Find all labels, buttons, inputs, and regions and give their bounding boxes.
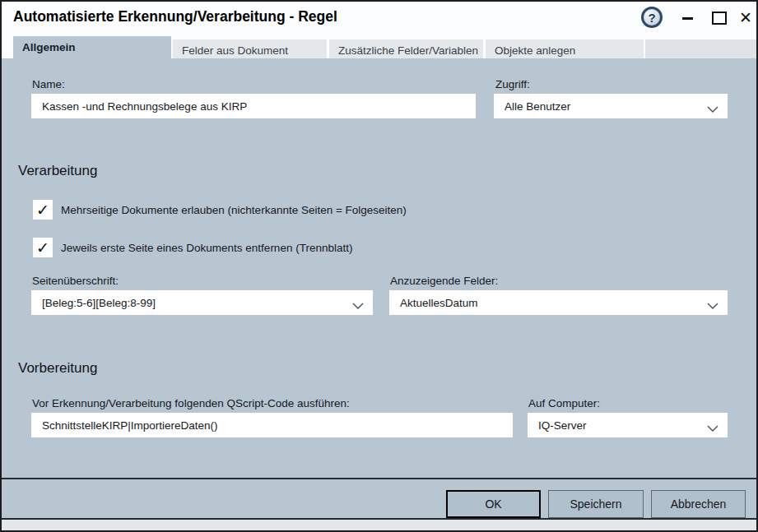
title-bar: Automatisierte Erkennung/Verarbeitung - … bbox=[2, 2, 756, 58]
footer-separator bbox=[2, 478, 756, 479]
seitenueberschrift-dropdown[interactable]: [Beleg:5-6][Beleg:8-99] bbox=[31, 290, 373, 315]
qscript-label: Vor Erkennung/Verarbeitung folgenden QSc… bbox=[32, 397, 350, 409]
name-input[interactable] bbox=[31, 94, 476, 118]
chevron-down-icon bbox=[707, 103, 718, 115]
anzuzeigende-felder-label: Anzuzeigende Felder: bbox=[390, 275, 498, 287]
bottom-strip bbox=[2, 518, 756, 530]
zugriff-dropdown[interactable]: Alle Benutzer bbox=[494, 94, 728, 118]
chevron-down-icon bbox=[707, 299, 718, 312]
speichern-button[interactable]: Speichern bbox=[548, 490, 644, 518]
window-title: Automatisierte Erkennung/Verarbeitung - … bbox=[13, 8, 337, 25]
qscript-input[interactable] bbox=[31, 413, 513, 437]
tab-allgemein[interactable]: Allgemein bbox=[13, 36, 171, 58]
multipage-checkbox-label: Mehrseitige Dokumente erlauben (nichterk… bbox=[61, 204, 407, 216]
help-button[interactable]: ? bbox=[641, 7, 663, 28]
checkmark-icon: ✓ bbox=[36, 201, 49, 220]
abbrechen-button[interactable]: Abbrechen bbox=[651, 490, 746, 518]
ok-button[interactable]: OK bbox=[446, 490, 541, 518]
tab-felder-aus-dokument[interactable]: Felder aus Dokument bbox=[173, 39, 327, 58]
firstpage-checkbox[interactable]: ✓ bbox=[33, 238, 53, 257]
chevron-down-icon bbox=[352, 299, 364, 312]
tab-strip-filler bbox=[645, 39, 756, 58]
name-label: Name: bbox=[32, 78, 65, 90]
seitenueberschrift-label: Seitenüberschrift: bbox=[32, 275, 119, 287]
checkmark-icon: ✓ bbox=[36, 238, 49, 257]
chevron-down-icon bbox=[707, 422, 718, 434]
dialog-window: Automatisierte Erkennung/Verarbeitung - … bbox=[0, 0, 758, 532]
zugriff-selected-value: Alle Benutzer bbox=[505, 100, 570, 113]
seitenueberschrift-selected-value: [Beleg:5-6][Beleg:8-99] bbox=[42, 297, 156, 309]
vorbereitung-heading: Vorbereitung bbox=[18, 360, 97, 377]
zugriff-label: Zugriff: bbox=[495, 78, 530, 90]
anzuzeigende-felder-dropdown[interactable]: AktuellesDatum bbox=[389, 290, 728, 315]
minimize-button[interactable] bbox=[677, 7, 699, 28]
tab-objekte-anlegen[interactable]: Objekte anlegen bbox=[486, 39, 644, 58]
close-icon: ✕ bbox=[739, 8, 752, 27]
question-mark-icon: ? bbox=[648, 11, 655, 25]
auf-computer-label: Auf Computer: bbox=[528, 397, 600, 409]
maximize-button[interactable] bbox=[707, 7, 728, 28]
verarbeitung-heading: Verarbeitung bbox=[18, 163, 97, 179]
tab-zusaetzliche-felder-variablen[interactable]: Zusätzliche Felder/Variablen bbox=[329, 39, 483, 58]
close-button[interactable]: ✕ bbox=[735, 7, 756, 28]
auf-computer-selected-value: IQ-Server bbox=[538, 419, 587, 432]
multipage-checkbox[interactable]: ✓ bbox=[33, 200, 53, 220]
firstpage-checkbox-label: Jeweils erste Seite eines Dokuments entf… bbox=[61, 242, 352, 254]
anzuzeigende-felder-selected-value: AktuellesDatum bbox=[400, 297, 478, 309]
auf-computer-dropdown[interactable]: IQ-Server bbox=[528, 413, 728, 437]
